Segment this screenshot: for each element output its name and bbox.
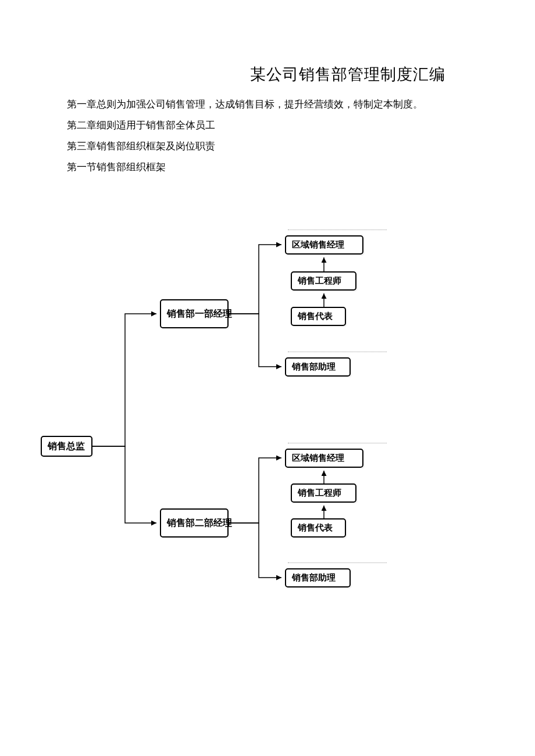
org-chart: 销售总监 销售部一部经理 销售部二部经理 区域销售经理 销售工程师 销售代表 销… xyxy=(41,232,413,628)
org-edges xyxy=(41,232,413,628)
para-ch3: 第三章销售部组织框架及岗位职责 xyxy=(67,136,423,157)
para-sec1: 第一节销售部组织框架 xyxy=(67,157,423,178)
doc-title: 某公司销售部管理制度汇编 xyxy=(250,64,445,85)
para-ch1: 第一章总则为加强公司销售管理，达成销售目标，提升经营绩效，特制定本制度。 xyxy=(67,94,423,115)
doc-paragraphs: 第一章总则为加强公司销售管理，达成销售目标，提升经营绩效，特制定本制度。 第二章… xyxy=(67,94,423,178)
dotted-line xyxy=(288,230,387,230)
para-ch2: 第二章细则适用于销售部全体员工 xyxy=(67,115,423,136)
